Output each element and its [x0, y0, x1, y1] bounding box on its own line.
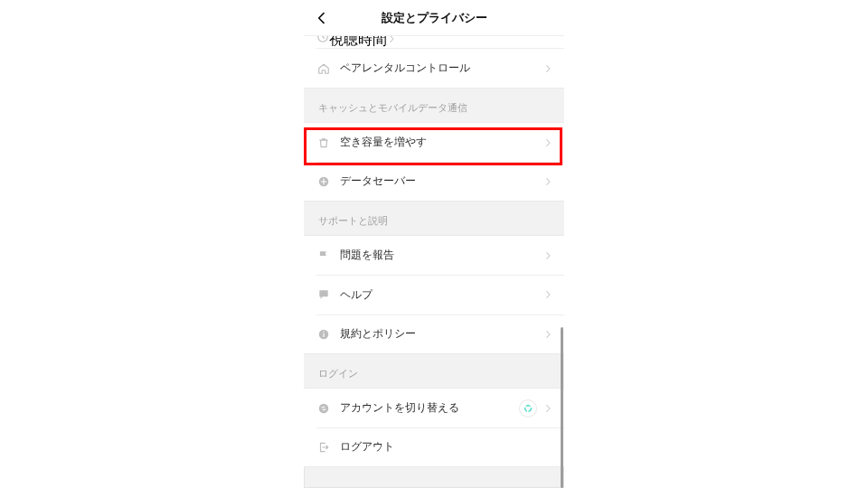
- chevron-right-icon: [542, 403, 553, 414]
- chevron-right-icon: [542, 289, 553, 300]
- back-button[interactable]: [304, 0, 340, 36]
- svg-rect-4: [323, 331, 324, 332]
- row-label: 規約とポリシー: [340, 326, 542, 342]
- trash-icon: [316, 136, 331, 150]
- chevron-right-icon: [542, 137, 553, 148]
- chevron-right-icon: [542, 63, 553, 74]
- svg-point-5: [319, 403, 329, 413]
- row-label: ペアレンタルコントロール: [340, 61, 542, 76]
- row-label: 視聴時間: [329, 36, 387, 49]
- row-label: 空き容量を増やす: [340, 135, 542, 150]
- section-header-support: サポートと説明: [304, 202, 564, 235]
- settings-row-data-saver[interactable]: データセーバー: [304, 162, 564, 202]
- header-bar: 設定とプライバシー: [304, 0, 564, 36]
- chevron-right-icon: [542, 250, 553, 261]
- settings-row-free-space[interactable]: 空き容量を増やす: [304, 122, 564, 162]
- scrollbar-thumb[interactable]: [561, 327, 563, 488]
- settings-row-help[interactable]: ヘルプ: [304, 275, 564, 314]
- svg-rect-3: [323, 333, 324, 336]
- section-header-login: ログイン: [304, 354, 564, 388]
- flag-icon: [316, 249, 331, 263]
- info-icon: [316, 327, 331, 342]
- settings-row-terms[interactable]: 規約とポリシー: [304, 314, 564, 354]
- chevron-right-icon: [542, 176, 553, 187]
- loading-spinner-icon: [519, 399, 537, 418]
- settings-row-report[interactable]: 問題を報告: [304, 235, 564, 275]
- settings-row-partial[interactable]: 視聴時間: [304, 36, 564, 49]
- phone-frame: 設定とプライバシー 視聴時間 ペアレンタルコントロール キャッシュとモバイルデー…: [304, 0, 564, 488]
- swap-icon: [316, 401, 331, 416]
- row-label: データセーバー: [340, 174, 542, 189]
- page-title: 設定とプライバシー: [304, 10, 564, 26]
- chat-icon: [316, 287, 331, 302]
- chevron-left-icon: [315, 11, 329, 25]
- svg-point-6: [525, 405, 532, 411]
- row-label: アカウントを切り替える: [340, 400, 519, 416]
- clock-icon: [316, 36, 329, 47]
- logout-icon: [316, 440, 331, 455]
- section-header-cache: キャッシュとモバイルデータ通信: [304, 89, 564, 122]
- row-label: 問題を報告: [340, 248, 542, 263]
- data-saver-icon: [316, 174, 331, 189]
- row-label: ログアウト: [340, 439, 553, 455]
- chevron-right-icon: [387, 36, 396, 47]
- settings-row-logout[interactable]: ログアウト: [304, 427, 564, 467]
- home-icon: [316, 61, 331, 76]
- settings-row-switch-account[interactable]: アカウントを切り替える: [304, 388, 564, 427]
- row-label: ヘルプ: [340, 287, 542, 303]
- chevron-right-icon: [542, 329, 553, 340]
- settings-row-parental[interactable]: ペアレンタルコントロール: [304, 49, 564, 89]
